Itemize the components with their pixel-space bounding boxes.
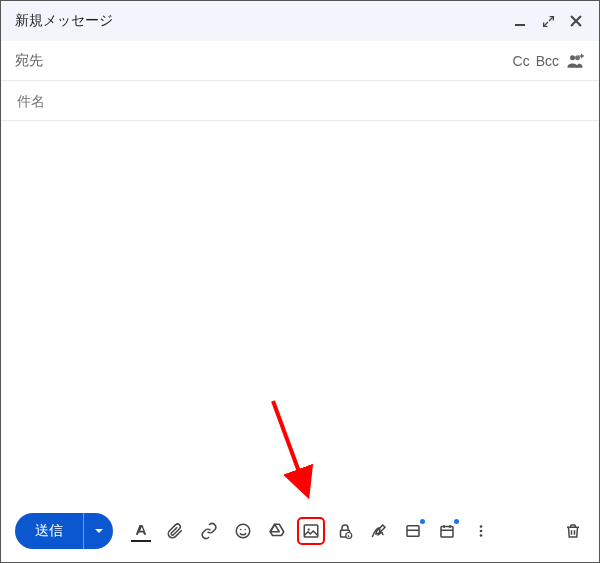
more-icon[interactable] xyxy=(467,517,495,545)
send-button[interactable]: 送信 xyxy=(15,513,83,549)
svg-rect-0 xyxy=(515,24,525,26)
recipients-row[interactable]: 宛先 Cc Bcc xyxy=(1,41,599,81)
minimize-icon[interactable] xyxy=(511,12,529,30)
to-input[interactable] xyxy=(43,52,513,70)
add-recipients-icon[interactable] xyxy=(565,51,585,71)
svg-rect-6 xyxy=(304,525,318,537)
svg-point-2 xyxy=(575,55,580,60)
popout-icon[interactable] xyxy=(539,12,557,30)
bcc-button[interactable]: Bcc xyxy=(536,53,559,69)
svg-point-12 xyxy=(480,525,483,528)
svg-point-1 xyxy=(570,55,575,60)
link-icon[interactable] xyxy=(195,517,223,545)
svg-point-5 xyxy=(245,529,247,531)
insert-image-icon[interactable] xyxy=(297,517,325,545)
layout-icon[interactable] xyxy=(399,517,427,545)
compose-window: 新規メッセージ 宛先 Cc Bcc xyxy=(1,1,599,562)
emoji-icon[interactable] xyxy=(229,517,257,545)
svg-rect-11 xyxy=(441,527,453,538)
signature-icon[interactable] xyxy=(365,517,393,545)
send-split: 送信 xyxy=(15,513,113,549)
drive-icon[interactable] xyxy=(263,517,291,545)
cc-button[interactable]: Cc xyxy=(513,53,530,69)
svg-point-7 xyxy=(308,528,310,530)
message-body[interactable] xyxy=(1,121,599,500)
compose-toolbar: 送信 xyxy=(1,500,599,562)
subject-row[interactable] xyxy=(1,81,599,121)
formatting-icon[interactable] xyxy=(127,517,155,545)
attach-icon[interactable] xyxy=(161,517,189,545)
svg-point-14 xyxy=(480,534,483,537)
svg-point-4 xyxy=(240,529,242,531)
compose-title: 新規メッセージ xyxy=(15,12,113,30)
svg-point-13 xyxy=(480,530,483,533)
send-more-button[interactable] xyxy=(83,513,113,549)
svg-point-3 xyxy=(236,524,250,538)
close-icon[interactable] xyxy=(567,12,585,30)
schedule-icon[interactable] xyxy=(433,517,461,545)
confidential-icon[interactable] xyxy=(331,517,359,545)
header-actions xyxy=(511,12,585,30)
compose-header[interactable]: 新規メッセージ xyxy=(1,1,599,41)
to-label: 宛先 xyxy=(15,52,43,70)
trash-icon[interactable] xyxy=(559,517,587,545)
subject-input[interactable] xyxy=(15,92,585,110)
